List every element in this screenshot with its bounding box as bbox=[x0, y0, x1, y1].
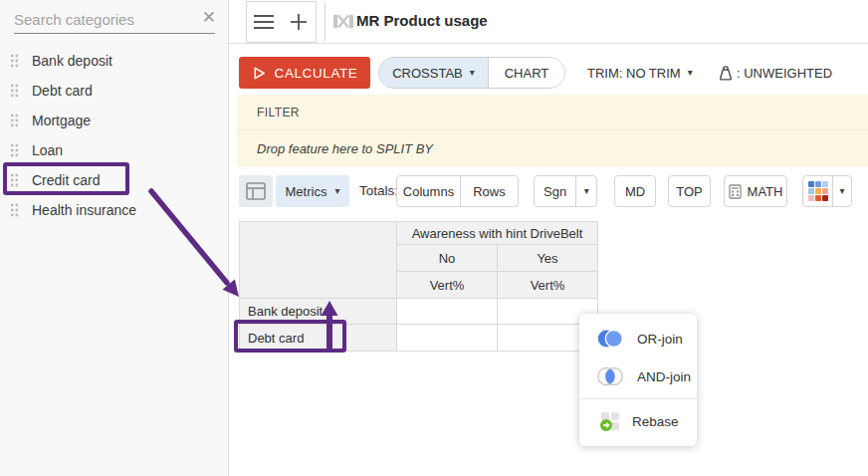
search-input[interactable] bbox=[14, 6, 215, 34]
row-header-bank-deposit[interactable]: Bank deposit bbox=[240, 299, 397, 325]
category-list: Bank deposit Debt card Mortgage Loan Cre… bbox=[0, 46, 228, 225]
menu-item-and-join[interactable]: AND-join bbox=[579, 357, 697, 395]
chart-tab[interactable]: CHART bbox=[489, 58, 564, 88]
header-button-group bbox=[246, 1, 317, 43]
menu-item-label: Rebase bbox=[632, 414, 679, 429]
metric-header[interactable]: Vert% bbox=[397, 272, 498, 299]
drag-handle-icon[interactable] bbox=[10, 114, 19, 127]
sgn-label: Sgn bbox=[535, 184, 575, 199]
add-button[interactable] bbox=[282, 2, 317, 42]
chevron-down-icon: ▾ bbox=[334, 186, 339, 196]
metrics-label: Metrics bbox=[286, 184, 327, 199]
md-button[interactable]: MD bbox=[614, 175, 656, 207]
crosstab-project-icon bbox=[332, 13, 354, 30]
chevron-down-icon: ▾ bbox=[688, 68, 693, 78]
page-title: MR Product usage bbox=[356, 12, 488, 29]
totals-rows-button[interactable]: Rows bbox=[461, 176, 518, 206]
trim-label: TRIM: NO TRIM bbox=[587, 66, 681, 81]
weight-icon bbox=[717, 64, 735, 82]
sidebar-item-health-insurance[interactable]: Health insurance bbox=[0, 195, 228, 225]
chevron-down-icon[interactable]: ▾ bbox=[832, 176, 851, 206]
and-join-venn-icon bbox=[594, 365, 626, 387]
splitby-dropzone[interactable]: Drop feature here to SPLIT BY bbox=[237, 129, 868, 166]
md-label: MD bbox=[625, 184, 645, 199]
top-label: TOP bbox=[676, 184, 703, 199]
crosstab-label: CROSSTAB bbox=[392, 66, 463, 81]
menu-item-label: AND-join bbox=[637, 369, 691, 384]
table-corner-cell bbox=[240, 222, 397, 299]
heatmap-palette-icon bbox=[803, 181, 832, 201]
header-divider bbox=[325, 2, 326, 42]
calculator-icon bbox=[729, 184, 742, 199]
row-header-debt-card[interactable]: Debt card bbox=[240, 325, 397, 352]
category-label: Health insurance bbox=[32, 202, 136, 218]
heatmap-palette-dropdown[interactable]: ▾ bbox=[802, 175, 852, 207]
splitby-placeholder: Drop feature here to SPLIT BY bbox=[257, 141, 433, 156]
plus-icon bbox=[290, 13, 308, 31]
top-button[interactable]: TOP bbox=[668, 175, 711, 207]
sidebar: ✕ Bank deposit Debt card Mortgage Loan C… bbox=[0, 0, 229, 476]
chevron-down-icon: ▾ bbox=[470, 68, 475, 78]
drag-handle-icon[interactable] bbox=[10, 173, 19, 187]
weight-status[interactable]: : UNWEIGHTED bbox=[717, 57, 832, 89]
close-icon[interactable]: ✕ bbox=[202, 7, 216, 28]
sidebar-item-mortgage[interactable]: Mortgage bbox=[0, 106, 228, 135]
sidebar-item-bank-deposit[interactable]: Bank deposit bbox=[0, 46, 228, 76]
sidebar-item-loan[interactable]: Loan bbox=[0, 135, 228, 165]
crosstab-tab[interactable]: CROSSTAB ▾ bbox=[379, 58, 489, 88]
drag-handle-icon[interactable] bbox=[10, 84, 19, 98]
crosstab-table: Awareness with hint DriveBelt No Yes Ver… bbox=[239, 221, 598, 352]
app-header: MR Product usage bbox=[229, 0, 868, 44]
table-row: Bank deposit bbox=[240, 299, 598, 325]
filter-section: FILTER Drop feature here to SPLIT BY bbox=[237, 95, 868, 166]
join-context-menu: OR-join AND-join Rebase bbox=[579, 314, 697, 446]
drag-handle-icon[interactable] bbox=[10, 203, 19, 217]
chevron-down-icon[interactable]: ▾ bbox=[575, 176, 596, 206]
menu-item-rebase[interactable]: Rebase bbox=[579, 402, 697, 440]
table-layout-button[interactable] bbox=[239, 175, 273, 207]
view-mode-switch: CROSSTAB ▾ CHART bbox=[378, 57, 565, 89]
totals-columns-button[interactable]: Columns bbox=[397, 176, 461, 206]
table-row: Debt card bbox=[240, 325, 598, 352]
drag-handle-icon[interactable] bbox=[10, 54, 19, 68]
data-cell[interactable] bbox=[397, 299, 498, 325]
metrics-dropdown[interactable]: Metrics ▾ bbox=[276, 175, 349, 207]
metric-header[interactable]: Vert% bbox=[498, 272, 598, 299]
main-toolbar: CALCULATE CROSSTAB ▾ CHART TRIM: NO TRIM… bbox=[229, 44, 868, 95]
category-label: Debt card bbox=[32, 83, 93, 99]
trim-dropdown[interactable]: TRIM: NO TRIM ▾ bbox=[587, 57, 693, 89]
totals-label: Totals: bbox=[359, 183, 398, 198]
drag-handle-icon[interactable] bbox=[10, 143, 19, 157]
category-label: Bank deposit bbox=[32, 53, 112, 69]
column-header-no[interactable]: No bbox=[397, 245, 498, 272]
rebase-icon bbox=[599, 410, 621, 432]
totals-toggle-group: Columns Rows bbox=[396, 175, 519, 207]
sgn-dropdown[interactable]: Sgn ▾ bbox=[534, 175, 597, 207]
menu-item-label: OR-join bbox=[637, 332, 683, 347]
data-cell[interactable] bbox=[397, 325, 498, 352]
column-group-header[interactable]: Awareness with hint DriveBelt bbox=[397, 222, 598, 245]
calculate-label: CALCULATE bbox=[275, 66, 358, 81]
math-label: MATH bbox=[748, 184, 783, 199]
play-icon bbox=[252, 66, 267, 81]
menu-separator bbox=[579, 398, 697, 399]
hamburger-icon bbox=[253, 14, 275, 30]
filter-bar[interactable]: FILTER bbox=[237, 95, 868, 129]
table-layout-icon bbox=[246, 182, 266, 200]
category-label: Credit card bbox=[32, 172, 100, 188]
chart-label: CHART bbox=[505, 66, 549, 81]
or-join-venn-icon bbox=[594, 328, 626, 350]
column-header-yes[interactable]: Yes bbox=[498, 245, 598, 272]
math-button[interactable]: MATH bbox=[724, 175, 787, 207]
search-row: ✕ bbox=[0, 0, 228, 42]
filter-label: FILTER bbox=[257, 106, 300, 119]
menu-button[interactable] bbox=[247, 2, 282, 42]
category-label: Mortgage bbox=[32, 113, 91, 128]
category-label: Loan bbox=[32, 142, 63, 158]
main-panel: MR Product usage CALCULATE CROSSTAB ▾ CH… bbox=[229, 0, 868, 476]
menu-item-or-join[interactable]: OR-join bbox=[579, 320, 697, 357]
sidebar-item-debt-card[interactable]: Debt card bbox=[0, 76, 228, 106]
sidebar-item-credit-card[interactable]: Credit card bbox=[0, 165, 228, 195]
weight-label: : UNWEIGHTED bbox=[737, 66, 832, 81]
calculate-button[interactable]: CALCULATE bbox=[239, 57, 370, 89]
